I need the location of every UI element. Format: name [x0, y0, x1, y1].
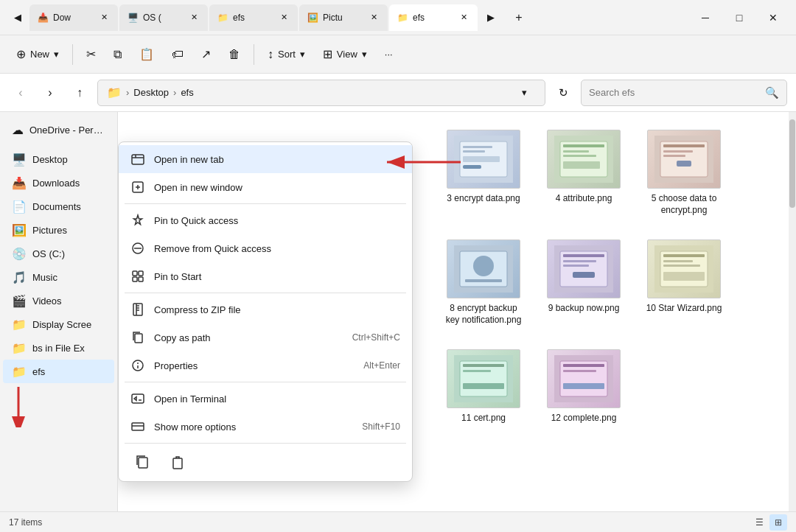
ctx-sep-1: [125, 203, 406, 204]
file-item-8[interactable]: 8 encrypt backup key notification.png: [439, 234, 528, 332]
new-button[interactable]: ⊕ New ▾: [9, 43, 66, 66]
ctx-open-new-window[interactable]: Open in new window: [119, 173, 412, 201]
tab-1-close[interactable]: ✕: [97, 11, 111, 24]
file-item-9[interactable]: 9 backup now.png: [540, 234, 628, 332]
onedrive-icon: ☁: [12, 123, 24, 137]
ctx-compress-zip[interactable]: Compress to ZIP file: [119, 295, 412, 323]
sort-dropdown-icon: ▾: [300, 49, 305, 60]
file-name-9: 9 backup now.png: [548, 303, 620, 315]
desktop-label: Desktop: [32, 154, 68, 165]
paste-button[interactable]: 📋: [132, 43, 161, 66]
display-icon: 📁: [12, 318, 27, 332]
ctx-copy-path-shortcut: Ctrl+Shift+C: [352, 332, 400, 343]
sidebar-item-bsfe[interactable]: 📁 bs in File Ex: [3, 336, 114, 360]
tab-1[interactable]: 📥 Dow ✕: [29, 4, 118, 31]
sidebar-item-downloads[interactable]: 📥 Downloads: [3, 171, 114, 195]
tab-3[interactable]: 📁 efs ✕: [209, 4, 298, 31]
tab-5-close[interactable]: ✕: [457, 11, 470, 24]
ctx-pin-quick[interactable]: Pin to Quick access: [119, 206, 412, 234]
forward-btn[interactable]: ›: [38, 81, 62, 105]
view-button[interactable]: ⊞ View ▾: [315, 43, 374, 66]
ctx-show-more[interactable]: Show more options Shift+F10: [119, 413, 412, 441]
close-btn[interactable]: ✕: [756, 6, 790, 29]
maximize-btn[interactable]: □: [722, 6, 756, 29]
tab-4[interactable]: 🖼️ Pictu ✕: [299, 4, 388, 31]
address-path[interactable]: 📁 › Desktop › efs ▾: [97, 80, 545, 106]
ctx-properties[interactable]: Properties Alt+Enter: [119, 351, 412, 379]
path-dropdown-btn[interactable]: ▾: [512, 80, 536, 106]
file-item-4[interactable]: 4 attribute.png: [540, 124, 628, 222]
ctx-open-new-tab[interactable]: Open in new tab: [119, 145, 412, 173]
sidebar-item-documents[interactable]: 📄 Documents: [3, 195, 114, 218]
ctx-copy-path[interactable]: Copy as path Ctrl+Shift+C: [119, 323, 412, 351]
file-item-10[interactable]: 10 Star Wizard.png: [640, 234, 728, 332]
tab-2-close[interactable]: ✕: [187, 11, 200, 24]
svg-rect-51: [663, 254, 705, 257]
paste-icon: 📋: [139, 47, 154, 61]
rename-button[interactable]: 🏷: [164, 43, 191, 66]
svg-rect-46: [563, 260, 596, 262]
back-btn[interactable]: ‹: [9, 81, 32, 105]
tab-4-close[interactable]: ✕: [367, 11, 380, 24]
ctx-properties-icon: [130, 358, 145, 373]
tab-2[interactable]: 🖥️ OS ( ✕: [119, 4, 208, 31]
path-desktop[interactable]: Desktop: [133, 87, 169, 98]
svg-rect-45: [563, 254, 604, 257]
copy-icon: ⧉: [114, 48, 122, 61]
delete-button[interactable]: 🗑: [221, 43, 248, 66]
view-buttons: ☰ ⊞: [750, 514, 787, 531]
tab-next-btn[interactable]: ▶: [479, 6, 503, 29]
sort-button[interactable]: ↕ Sort ▾: [260, 43, 313, 66]
path-efs[interactable]: efs: [181, 87, 193, 98]
ctx-properties-label: Properties: [154, 360, 355, 371]
sidebar-onedrive[interactable]: ☁ OneDrive - Personal: [3, 118, 114, 141]
sidebar-item-music[interactable]: 🎵 Music: [3, 265, 114, 289]
scrollbar[interactable]: [789, 112, 796, 511]
documents-icon: 📄: [12, 200, 27, 214]
ctx-copy-bottom-icon[interactable]: [130, 450, 154, 474]
ctx-open-terminal[interactable]: Open in Terminal: [119, 385, 412, 413]
file-item-5[interactable]: 5 choose data to encrypt.png: [640, 124, 728, 222]
search-box[interactable]: 🔍: [581, 80, 787, 106]
desktop-icon: 🖥️: [12, 153, 27, 167]
list-view-btn[interactable]: ☰: [750, 514, 768, 531]
tab-5[interactable]: 📁 efs ✕: [389, 4, 478, 31]
svg-rect-42: [465, 279, 502, 282]
sidebar-item-desktop[interactable]: 🖥️ Desktop: [3, 147, 114, 171]
file-item-11[interactable]: 11 cert.png: [439, 343, 528, 430]
svg-rect-37: [663, 155, 685, 157]
cut-button[interactable]: ✂: [79, 43, 103, 66]
svg-point-41: [473, 256, 494, 276]
tab-4-label: Pictu: [323, 13, 363, 23]
ctx-open-new-window-label: Open in new window: [154, 182, 400, 193]
up-btn[interactable]: ↑: [68, 81, 91, 105]
file-thumb-8: [447, 239, 520, 298]
ctx-pin-start[interactable]: Pin to Start: [119, 262, 412, 290]
sidebar-item-efs[interactable]: 📁 efs: [3, 360, 114, 383]
main-area: ☁ OneDrive - Personal 🖥️ Desktop 📥 Downl…: [0, 112, 796, 511]
sidebar-item-display[interactable]: 📁 Display Scree: [3, 312, 114, 336]
sidebar-item-os-c[interactable]: 💿 OS (C:): [3, 242, 114, 265]
ctx-remove-quick[interactable]: Remove from Quick access: [119, 234, 412, 262]
status-bar: 17 items ☰ ⊞: [0, 511, 796, 532]
ctx-paste-bottom-icon[interactable]: [166, 450, 189, 474]
minimize-btn[interactable]: ─: [688, 6, 722, 29]
sidebar-item-videos[interactable]: 🎬 Videos: [3, 289, 114, 312]
sort-icon: ↕: [268, 48, 273, 61]
grid-view-btn[interactable]: ⊞: [769, 514, 787, 531]
refresh-btn[interactable]: ↻: [551, 81, 575, 105]
sidebar-item-pictures[interactable]: 🖼️ Pictures: [3, 218, 114, 242]
ctx-pin-icon: [130, 213, 145, 228]
svg-rect-54: [663, 272, 705, 281]
path-sep-1: ›: [126, 87, 129, 98]
copy-button[interactable]: ⧉: [106, 43, 129, 66]
videos-icon: 🎬: [12, 294, 27, 308]
tab-5-icon: 📁: [397, 12, 408, 24]
tab-3-close[interactable]: ✕: [277, 11, 290, 24]
search-input[interactable]: [589, 87, 761, 98]
new-tab-btn[interactable]: +: [507, 6, 531, 29]
tab-prev-btn[interactable]: ◀: [6, 6, 29, 29]
file-item-12[interactable]: 12 complete.png: [540, 343, 628, 430]
share-button[interactable]: ↗: [194, 43, 218, 66]
more-button[interactable]: ···: [377, 44, 400, 64]
